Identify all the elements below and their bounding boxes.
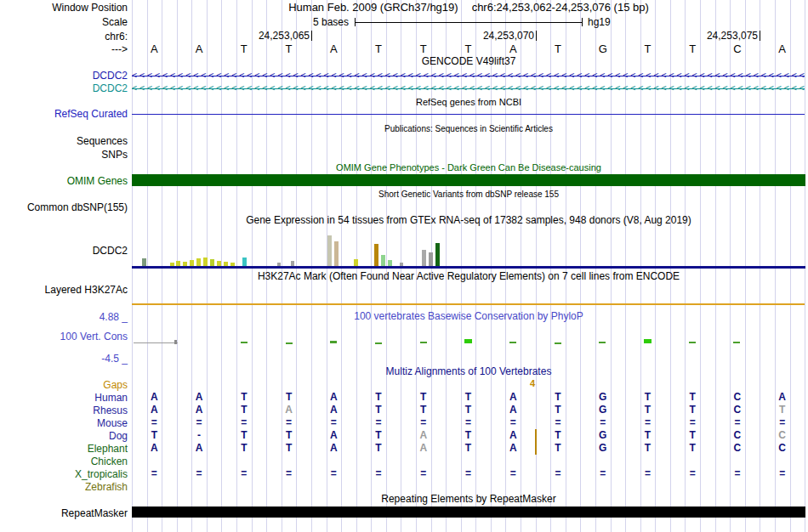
alignment-base: T <box>356 429 401 442</box>
label-species-rhesus[interactable]: Rhesus <box>0 405 128 416</box>
label-snps[interactable]: SNPs <box>0 149 128 161</box>
alignment-base: A <box>491 391 536 404</box>
alignment-base <box>625 480 670 493</box>
alignment-base <box>132 480 177 493</box>
alignment-base: T <box>760 404 805 416</box>
phylop-mark <box>241 342 248 343</box>
alignment-row-chicken <box>132 455 805 467</box>
gtex-bar <box>327 235 332 266</box>
repeatmasker-note: Repeating Elements by RepeatMasker <box>133 494 805 505</box>
alignment-base: = <box>715 467 760 480</box>
alignment-base: A <box>401 442 446 455</box>
alignment-base <box>221 480 266 493</box>
gtex-bar <box>354 259 358 266</box>
alignment-base: A <box>311 442 356 455</box>
gtex-bar <box>242 258 247 266</box>
alignment-base: C <box>760 429 805 442</box>
label-omim-genes[interactable]: OMIM Genes <box>0 175 128 187</box>
label-refseq-curated[interactable]: RefSeq Curated <box>0 108 128 120</box>
base-letter: A <box>177 42 222 55</box>
gtex-bar-chart[interactable] <box>132 229 805 266</box>
alignment-base: T <box>221 429 266 442</box>
alignment-base <box>446 455 491 467</box>
label-gaps[interactable]: Gaps <box>0 379 128 391</box>
label-species-mouse[interactable]: Mouse <box>0 417 128 429</box>
phylop-mark <box>464 339 472 343</box>
scale-bar-line <box>356 22 582 23</box>
phylop-title: 100 vertebrates Basewise Conservation by… <box>133 311 805 322</box>
label-species-zebrafish[interactable]: Zebrafish <box>0 481 128 493</box>
alignment-base: T <box>625 391 670 404</box>
alignment-base: T <box>221 404 266 416</box>
phylop-mark <box>689 342 696 343</box>
refseq-note: RefSeq genes from NCBI <box>133 97 805 108</box>
alignment-base: A <box>177 404 222 416</box>
gene-strand-arrows-1[interactable]: <<<<<<<<<<<<<<<<<<<<<<<<<<<<<<<<<<<<<<<<… <box>132 71 805 81</box>
base-letter: A <box>760 42 805 55</box>
alignment-base: A <box>311 429 356 442</box>
alignment-base: = <box>221 416 266 429</box>
alignment-base: T <box>670 404 715 416</box>
omim-genes-bar[interactable] <box>132 174 805 186</box>
label-gene-dcdc2-1[interactable]: DCDC2 <box>0 70 128 82</box>
base-letter: T <box>401 42 446 55</box>
h3k27ac-note: H3K27Ac Mark (Often Found Near Active Re… <box>133 271 805 282</box>
label-layered-h3k27ac[interactable]: Layered H3K27Ac <box>0 284 128 296</box>
gene-strand-arrows-2[interactable]: <<<<<<<<<<<<<<<<<<<<<<<<<<<<<<<<<<<<<<<<… <box>132 83 805 93</box>
alignment-base <box>356 455 401 467</box>
gtex-note: Gene Expression in 54 tissues from GTEx … <box>133 215 805 226</box>
alignment-base <box>311 455 356 467</box>
gtex-bar <box>334 241 339 266</box>
ruler-tick-label: 24,253,065 <box>225 30 310 42</box>
label-gene-dcdc2-2[interactable]: DCDC2 <box>0 82 128 94</box>
multiz-alignment-grid[interactable]: AATTATTTATGTTCAAATAATTTATGTTCT==========… <box>132 391 805 493</box>
alignment-base: T <box>536 404 581 416</box>
alignment-base: = <box>536 416 581 429</box>
alignment-base: = <box>580 416 625 429</box>
alignment-base: T <box>401 404 446 416</box>
position-range: chr6:24,253,062-24,253,076 (15 bp) <box>472 1 649 14</box>
label-phylop-max: 4.88 _ <box>0 311 128 323</box>
alignment-base: A <box>132 442 177 455</box>
alignment-base: = <box>580 467 625 480</box>
label-species-chicken[interactable]: Chicken <box>0 456 128 467</box>
dbsnp-note: Short Genetic Variants from dbSNP releas… <box>133 189 805 200</box>
gtex-bar <box>422 250 426 266</box>
alignment-base: T <box>132 429 177 442</box>
label-100-vert-cons[interactable]: 100 Vert. Cons <box>0 331 128 342</box>
alignment-base <box>221 455 266 467</box>
alignment-base: A <box>491 442 536 455</box>
alignment-base: A <box>177 442 222 455</box>
alignment-base <box>446 480 491 493</box>
label-gtex-dcdc2[interactable]: DCDC2 <box>0 245 128 257</box>
repeatmasker-bar[interactable] <box>132 507 805 518</box>
alignment-base: T <box>670 442 715 455</box>
label-repeatmasker[interactable]: RepeatMasker <box>0 507 128 519</box>
alignment-base: A <box>177 391 222 404</box>
alignment-base: T <box>356 404 401 416</box>
alignment-base: G <box>580 391 625 404</box>
alignment-base <box>491 455 536 467</box>
label-sequences[interactable]: Sequences <box>0 135 128 147</box>
alignment-base <box>266 480 311 493</box>
phylop-mark <box>174 340 177 344</box>
label-species-elephant[interactable]: Elephant <box>0 443 128 455</box>
gencode-title: GENCODE V49lift37 <box>133 56 805 67</box>
alignment-base: A <box>491 404 536 416</box>
alignment-base: A <box>760 391 805 404</box>
base-letter: A <box>491 42 536 55</box>
genome-browser-image[interactable]: Window Position Human Feb. 2009 (GRCh37/… <box>0 0 808 532</box>
label-species-human[interactable]: Human <box>0 392 128 404</box>
label-species-xtropicalis[interactable]: X_tropicalis <box>0 468 128 480</box>
alignment-base <box>132 455 177 467</box>
label-species-dog[interactable]: Dog <box>0 430 128 442</box>
alignment-base: T <box>625 404 670 416</box>
refseq-track-line[interactable] <box>132 114 805 115</box>
h3k27ac-signal-line[interactable] <box>132 303 805 305</box>
alignment-base: A <box>311 404 356 416</box>
label-common-dbsnp[interactable]: Common dbSNP(155) <box>0 201 128 213</box>
alignment-base: = <box>266 416 311 429</box>
alignment-base <box>715 480 760 493</box>
phylop-conservation-marks[interactable] <box>132 335 805 350</box>
alignment-base: = <box>177 416 222 429</box>
